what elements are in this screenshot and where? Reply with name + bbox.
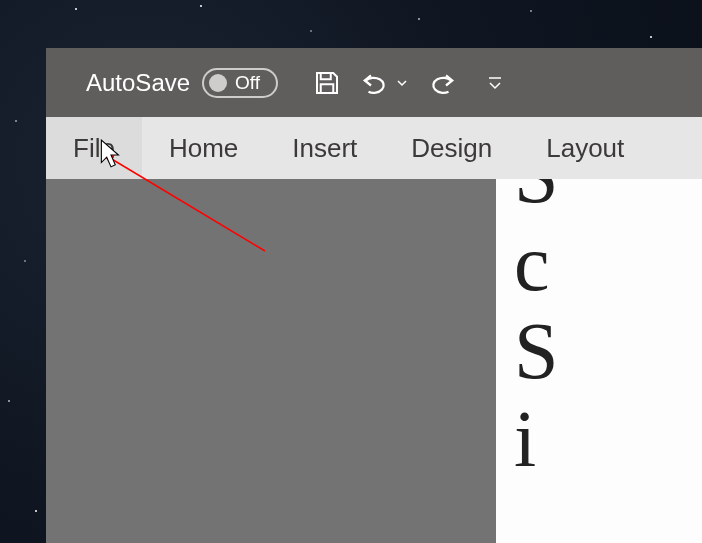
tab-label: Home	[169, 133, 238, 164]
navigation-panel	[46, 179, 496, 543]
customize-icon	[486, 74, 504, 92]
tab-file[interactable]: File	[46, 117, 142, 179]
content-area: S c S i	[46, 179, 702, 543]
undo-icon	[360, 68, 392, 98]
title-bar: AutoSave Off	[46, 48, 702, 117]
autosave-toggle[interactable]: Off	[202, 68, 278, 98]
save-button[interactable]	[312, 68, 342, 98]
toggle-knob-icon	[209, 74, 227, 92]
tab-label: File	[73, 133, 115, 164]
tab-design[interactable]: Design	[384, 117, 519, 179]
tab-home[interactable]: Home	[142, 117, 265, 179]
tab-label: Layout	[546, 133, 624, 164]
svg-rect-1	[321, 84, 334, 93]
app-window: AutoSave Off	[46, 48, 702, 543]
ribbon-tabs: File Home Insert Design Layout	[46, 117, 702, 179]
document-text: S c S i	[514, 179, 702, 483]
toggle-state-text: Off	[229, 72, 260, 94]
quick-access-toolbar	[312, 68, 504, 98]
customize-qat-button[interactable]	[486, 74, 504, 92]
redo-button[interactable]	[426, 68, 456, 98]
chevron-down-icon	[396, 77, 408, 89]
tab-label: Design	[411, 133, 492, 164]
document-page[interactable]: S c S i	[496, 179, 702, 543]
tab-insert[interactable]: Insert	[265, 117, 384, 179]
save-icon	[312, 68, 342, 98]
svg-rect-0	[321, 73, 331, 79]
undo-button[interactable]	[360, 68, 408, 98]
autosave-label: AutoSave	[86, 69, 190, 97]
redo-icon	[426, 68, 456, 98]
tab-layout[interactable]: Layout	[519, 117, 651, 179]
tab-label: Insert	[292, 133, 357, 164]
